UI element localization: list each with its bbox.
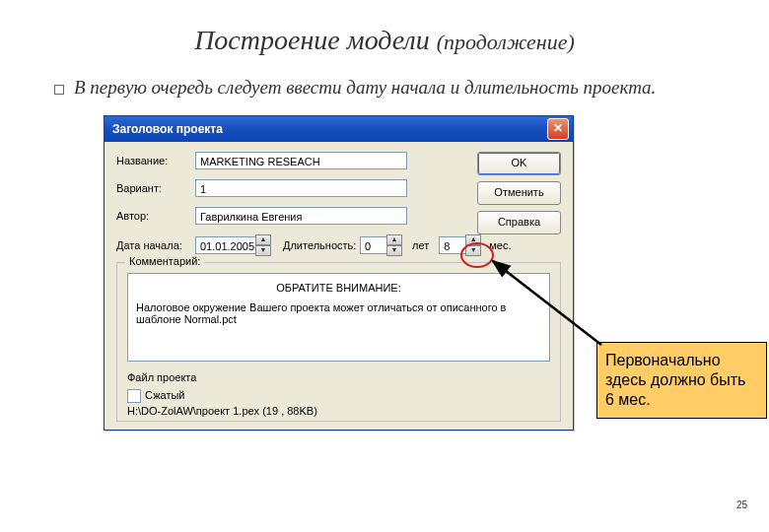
- close-button[interactable]: ✕: [547, 118, 569, 140]
- years-value[interactable]: 0: [360, 236, 387, 254]
- cancel-button[interactable]: Отменить: [477, 181, 561, 205]
- start-date-label: Дата начала:: [116, 239, 191, 251]
- slide-title: Построение модели (продолжение): [44, 25, 725, 56]
- bullet-icon: [54, 85, 64, 95]
- page-number: 25: [736, 499, 747, 510]
- callout-text: Первоначально здесь должно быть 6 мес.: [605, 352, 745, 408]
- spin-buttons[interactable]: ▲▼: [255, 234, 271, 256]
- chevron-up-icon[interactable]: ▲: [255, 234, 271, 245]
- notice-title: ОБРАТИТЕ ВНИМАНИЕ:: [136, 282, 541, 294]
- comment-legend: Комментарий:: [125, 255, 204, 267]
- chevron-up-icon[interactable]: ▲: [386, 234, 402, 245]
- callout-box: Первоначально здесь должно быть 6 мес.: [596, 342, 767, 419]
- ok-button[interactable]: OK: [477, 152, 561, 175]
- name-input[interactable]: MARKETING RESEACH: [195, 152, 407, 169]
- compressed-checkbox[interactable]: [127, 389, 141, 403]
- project-header-dialog: Заголовок проекта ✕ OK Отменить Справка …: [104, 115, 574, 431]
- comment-group: Комментарий: ОБРАТИТЕ ВНИМАНИЕ: Налогово…: [116, 262, 561, 422]
- help-button[interactable]: Справка: [477, 211, 561, 234]
- variant-label: Вариант:: [116, 182, 191, 194]
- months-spinner[interactable]: 8 ▲▼: [439, 234, 481, 256]
- title-main: Построение модели: [194, 25, 430, 55]
- author-input[interactable]: Гаврилкина Евгения: [195, 207, 407, 225]
- author-label: Автор:: [116, 210, 191, 222]
- start-date-value[interactable]: 01.01.2005: [195, 236, 256, 254]
- file-project-label: Файл проекта: [127, 371, 196, 383]
- title-sub: (продолжение): [437, 30, 575, 54]
- duration-label: Длительность:: [283, 239, 356, 251]
- months-value[interactable]: 8: [439, 236, 466, 254]
- years-spinner[interactable]: 0 ▲▼: [360, 234, 402, 256]
- start-date-spinner[interactable]: 01.01.2005 ▲▼: [195, 234, 271, 256]
- comment-textarea[interactable]: ОБРАТИТЕ ВНИМАНИЕ: Налоговое окружение В…: [127, 273, 550, 362]
- chevron-down-icon[interactable]: ▼: [386, 245, 402, 256]
- titlebar[interactable]: Заголовок проекта ✕: [105, 116, 573, 142]
- compressed-label: Сжатый: [145, 389, 185, 401]
- chevron-down-icon[interactable]: ▼: [255, 245, 271, 256]
- slide-body: В первую очередь следует ввести дату нач…: [54, 76, 695, 100]
- name-label: Название:: [116, 155, 191, 166]
- years-unit: лет: [412, 239, 429, 251]
- notice-text: Налоговое окружение Вашего проекта может…: [136, 301, 541, 325]
- chevron-down-icon[interactable]: ▼: [465, 245, 481, 256]
- variant-input[interactable]: 1: [195, 179, 407, 197]
- file-path: H:\DO-ZolAW\проект 1.pex (19 , 88KB): [127, 405, 550, 417]
- months-unit: мес.: [489, 239, 511, 251]
- chevron-up-icon[interactable]: ▲: [465, 234, 481, 245]
- window-title: Заголовок проекта: [112, 122, 223, 136]
